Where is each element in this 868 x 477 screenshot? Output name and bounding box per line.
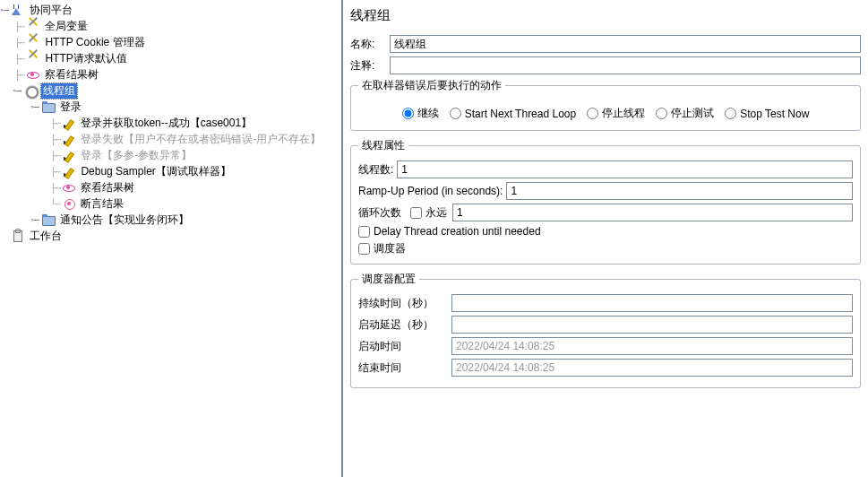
tree-node-workbench[interactable]: · 工作台 bbox=[0, 228, 341, 244]
tree-node-login-controller[interactable]: ◦─ 登录 bbox=[0, 99, 341, 115]
tree-node-cookie-mgr[interactable]: ├··· HTTP Cookie 管理器 bbox=[0, 34, 341, 50]
config-icon bbox=[26, 35, 40, 49]
tree-node-root[interactable]: ◦─ 协同平台 bbox=[0, 2, 341, 18]
scheduler-label: 调度器 bbox=[374, 241, 406, 256]
tree-node-notice[interactable]: ◦─ 通知公告【实现业务闭环】 bbox=[0, 212, 341, 228]
forever-checkbox[interactable]: 永远 bbox=[410, 205, 447, 221]
controller-icon bbox=[41, 100, 56, 114]
tree-node-global-vars[interactable]: ├··· 全局变量 bbox=[0, 18, 341, 34]
end-time-label: 结束时间 bbox=[358, 360, 448, 376]
ramp-input[interactable] bbox=[506, 182, 853, 200]
tree-node-thread-group[interactable]: ◦─ 线程组 bbox=[0, 82, 341, 99]
start-delay-label: 启动延迟（秒） bbox=[358, 317, 448, 333]
tree-connector: ├··· bbox=[14, 38, 24, 48]
thread-props-group: 线程属性 线程数: Ramp-Up Period (in seconds): 循… bbox=[350, 138, 861, 265]
tree-node-case001[interactable]: ├··· 登录并获取token--成功【case001】 bbox=[0, 115, 341, 131]
assertion-icon bbox=[62, 196, 76, 211]
tree-connector: ├··· bbox=[50, 118, 60, 128]
expand-icon[interactable]: ◦─ bbox=[30, 102, 39, 111]
tree-label: 登录并获取token--成功【case001】 bbox=[79, 116, 254, 131]
threadgroup-icon bbox=[23, 83, 38, 98]
comment-input[interactable] bbox=[390, 56, 861, 74]
start-time-input bbox=[451, 337, 853, 355]
threads-label: 线程数: bbox=[358, 162, 393, 178]
comment-label: 注释: bbox=[350, 58, 386, 74]
tree-node-results-tree-2[interactable]: ├··· 察看结果树 bbox=[0, 179, 341, 195]
tree-connector: ├··· bbox=[50, 151, 60, 160]
tree-connector: ├··· bbox=[50, 183, 60, 193]
tree-node-results-tree[interactable]: ├··· 察看结果树 bbox=[0, 66, 341, 82]
radio-continue[interactable]: 继续 bbox=[402, 106, 439, 121]
tree-label: 线程组 bbox=[40, 82, 78, 100]
on-error-group: 在取样器错误后要执行的动作 继续 Start Next Thread Loop … bbox=[350, 78, 861, 131]
test-plan-tree[interactable]: ◦─ 协同平台 ├··· 全局变量 ├··· HTTP Cookie 管理器 ├… bbox=[0, 0, 343, 477]
tree-label: 断言结果 bbox=[79, 196, 125, 212]
duration-input[interactable] bbox=[451, 294, 853, 312]
threads-input[interactable] bbox=[397, 160, 853, 178]
tree-node-http-defaults[interactable]: ├··· HTTP请求默认值 bbox=[0, 50, 341, 66]
end-time-input bbox=[451, 359, 853, 377]
tree-label: Debug Sampler【调试取样器】 bbox=[79, 164, 232, 179]
controller-icon bbox=[41, 212, 56, 227]
config-icon bbox=[26, 51, 40, 65]
tree-connector: ├··· bbox=[50, 134, 60, 144]
tree-label: 登录 bbox=[58, 100, 83, 115]
expand-icon[interactable]: ◦─ bbox=[13, 86, 21, 95]
panel-title: 线程组 bbox=[350, 4, 861, 28]
sampler-icon bbox=[62, 116, 76, 130]
workbench-icon bbox=[11, 229, 25, 243]
tree-node-login-multi[interactable]: ├··· 登录【多参-参数异常】 bbox=[0, 147, 341, 163]
tree-label: 察看结果树 bbox=[79, 180, 136, 195]
tree-label: 登录失败【用户不存在或者密码错误-用户不存在】 bbox=[79, 132, 322, 147]
tree-connector: ├··· bbox=[14, 54, 24, 64]
scheduler-checkbox[interactable] bbox=[358, 243, 370, 255]
tree-label: 登录【多参-参数异常】 bbox=[79, 148, 193, 163]
loops-label: 循环次数 bbox=[358, 205, 401, 221]
tree-node-login-fail[interactable]: ├··· 登录失败【用户不存在或者密码错误-用户不存在】 bbox=[0, 131, 341, 147]
listener-icon bbox=[26, 67, 40, 82]
radio-stop-now[interactable]: Stop Test Now bbox=[725, 108, 809, 120]
collapse-icon[interactable]: ◦─ bbox=[0, 5, 9, 14]
name-input[interactable] bbox=[390, 35, 861, 53]
ramp-label: Ramp-Up Period (in seconds): bbox=[358, 185, 503, 197]
delay-label: Delay Thread creation until needed bbox=[374, 225, 541, 238]
expand-icon[interactable]: ◦─ bbox=[30, 215, 39, 224]
tree-label: HTTP请求默认值 bbox=[43, 51, 128, 66]
tree-label: 协同平台 bbox=[28, 3, 74, 18]
tree-label: 通知公告【实现业务闭环】 bbox=[58, 212, 191, 228]
radio-stop-test[interactable]: 停止测试 bbox=[656, 106, 714, 121]
start-delay-input[interactable] bbox=[451, 316, 853, 334]
sampler-icon bbox=[62, 132, 76, 146]
tree-connector: ├··· bbox=[14, 22, 24, 31]
start-time-label: 启动时间 bbox=[358, 339, 448, 354]
tree-label: 全局变量 bbox=[43, 19, 90, 34]
tree-label: 察看结果树 bbox=[43, 67, 100, 82]
on-error-legend: 在取样器错误后要执行的动作 bbox=[358, 78, 505, 93]
sampler-icon bbox=[62, 148, 76, 162]
radio-next-loop[interactable]: Start Next Thread Loop bbox=[450, 108, 577, 120]
radio-stop-thread[interactable]: 停止线程 bbox=[587, 106, 645, 121]
scheduler-config-legend: 调度器配置 bbox=[358, 272, 419, 287]
thread-props-legend: 线程属性 bbox=[358, 138, 408, 153]
config-icon bbox=[26, 19, 40, 33]
tree-label: 工作台 bbox=[28, 229, 64, 244]
tree-connector: ├··· bbox=[14, 70, 24, 80]
sampler-icon bbox=[62, 164, 76, 178]
duration-label: 持续时间（秒） bbox=[358, 296, 448, 311]
loops-input[interactable] bbox=[452, 204, 853, 221]
name-label: 名称: bbox=[350, 37, 386, 52]
testplan-icon bbox=[11, 3, 25, 17]
tree-label: HTTP Cookie 管理器 bbox=[43, 35, 146, 50]
thread-group-editor: 线程组 名称: 注释: 在取样器错误后要执行的动作 继续 Start Next … bbox=[343, 0, 868, 477]
tree-node-assert-results[interactable]: └··· 断言结果 bbox=[0, 195, 341, 212]
tree-connector: └··· bbox=[50, 199, 60, 209]
listener-icon bbox=[62, 180, 76, 195]
scheduler-config-group: 调度器配置 持续时间（秒） 启动延迟（秒） 启动时间 结束时间 bbox=[350, 272, 861, 388]
tree-node-debug-sampler[interactable]: ├··· Debug Sampler【调试取样器】 bbox=[0, 163, 341, 179]
delay-creation-checkbox[interactable] bbox=[358, 226, 370, 238]
tree-connector: ├··· bbox=[50, 167, 60, 177]
